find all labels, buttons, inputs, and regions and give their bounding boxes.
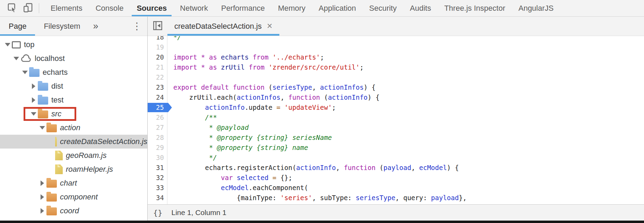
tab-performance[interactable]: Performance — [215, 0, 271, 16]
expand-arrow-icon[interactable] — [38, 194, 46, 200]
code-line-26[interactable]: 26 /** — [148, 113, 644, 123]
code-line-22[interactable]: 22 — [148, 72, 644, 82]
code-line-27[interactable]: 27 * @payload — [148, 123, 644, 133]
code-line-25[interactable]: 25 actionInfo.update = 'updateView'; — [148, 102, 644, 113]
line-number[interactable]: 33 — [148, 183, 167, 193]
sidebar-header: PageFilesystem » ⋮ — [0, 17, 147, 36]
tab-three-js-inspector[interactable]: Three.js Inspector — [438, 0, 512, 16]
tab-angularjs[interactable]: AngularJS — [512, 0, 560, 16]
tree-item-src[interactable]: src — [0, 107, 147, 121]
sidebar-tab-filesystem[interactable]: Filesystem — [35, 17, 89, 36]
line-number[interactable]: 25 — [148, 102, 167, 113]
line-number[interactable]: 18 — [148, 36, 167, 42]
folder-icon — [38, 83, 48, 91]
collapse-arrow-icon[interactable] — [38, 126, 46, 130]
pretty-print-button[interactable]: {} — [153, 208, 163, 217]
collapse-arrow-icon[interactable] — [29, 112, 38, 116]
tree-item-dist[interactable]: dist — [0, 79, 147, 93]
navigator-toggle-icon — [152, 20, 163, 33]
line-number[interactable]: 27 — [148, 123, 167, 133]
more-tabs-button[interactable]: » — [89, 17, 103, 36]
code-line-19[interactable]: 19 — [148, 42, 644, 52]
tab-application[interactable]: Application — [312, 0, 363, 16]
overflow-menu-button[interactable]: ⋮ — [132, 17, 142, 36]
code-line-23[interactable]: 23export default function (seriesType, a… — [148, 82, 644, 92]
line-number[interactable]: 35 — [148, 203, 167, 204]
code-line-34[interactable]: 34 {mainType: 'series', subType: seriesT… — [148, 193, 644, 203]
code-editor-pane: createDataSelectAction.js × 18*/1920impo… — [148, 17, 644, 221]
line-number[interactable]: 30 — [148, 153, 167, 163]
expand-arrow-icon[interactable] — [29, 97, 38, 103]
folder-icon — [46, 124, 57, 132]
expand-arrow-icon[interactable] — [38, 208, 46, 214]
code-line-28[interactable]: 28 * @property {string} seriesName — [148, 133, 644, 143]
code-line-35[interactable]: 35 function (seriesModel) { — [148, 203, 644, 204]
line-number[interactable]: 19 — [148, 42, 167, 52]
tree-item-action[interactable]: action — [0, 121, 147, 135]
line-number[interactable]: 31 — [148, 163, 167, 173]
folder-icon — [29, 69, 40, 77]
sidebar-tab-page[interactable]: Page — [0, 17, 35, 36]
code-text: * @property {string} seriesName — [167, 133, 644, 143]
editor-tab-createdataselectaction-js[interactable]: createDataSelectAction.js × — [167, 17, 279, 36]
code-text: {mainType: 'series', subType: seriesType… — [167, 193, 644, 203]
panel-tabs: ElementsConsoleSourcesNetworkPerformance… — [44, 0, 560, 16]
tree-item-localhost[interactable]: localhost — [0, 52, 147, 65]
tab-console[interactable]: Console — [89, 0, 130, 16]
code-line-29[interactable]: 29 * @property {string} name — [148, 143, 644, 153]
code-line-21[interactable]: 21import * as zrUtil from 'zrender/src/c… — [148, 62, 644, 72]
line-number[interactable]: 23 — [148, 82, 167, 92]
line-number[interactable]: 21 — [148, 62, 167, 72]
line-number[interactable]: 26 — [148, 113, 167, 123]
tree-item-label: echarts — [43, 68, 68, 77]
hide-navigator-button[interactable] — [148, 17, 167, 36]
devtools-body: PageFilesystem » ⋮ toplocalhostechartsdi… — [0, 17, 644, 221]
tab-audits[interactable]: Audits — [403, 0, 437, 16]
tree-item-georoam-js[interactable]: geoRoam.js — [0, 149, 147, 162]
collapse-arrow-icon[interactable] — [21, 71, 29, 74]
line-number[interactable]: 32 — [148, 173, 167, 183]
tab-elements[interactable]: Elements — [44, 0, 89, 16]
tree-item-label: dist — [51, 82, 63, 91]
frame-icon — [12, 41, 21, 48]
code-line-30[interactable]: 30 */ — [148, 153, 644, 163]
file-tree: toplocalhostechartsdisttestsrcactioncrea… — [0, 36, 147, 221]
code-line-18[interactable]: 18*/ — [148, 36, 644, 42]
line-number[interactable]: 29 — [148, 143, 167, 153]
tree-item-label: localhost — [35, 54, 65, 63]
line-number[interactable]: 24 — [148, 92, 167, 102]
editor-status-bar: {} Line 1, Column 1 — [148, 204, 644, 221]
tree-item-chart[interactable]: chart — [0, 176, 147, 190]
code-line-20[interactable]: 20import * as echarts from '../echarts'; — [148, 52, 644, 62]
tree-item-component[interactable]: component — [0, 190, 147, 204]
tree-item-top[interactable]: top — [0, 38, 147, 52]
tab-network[interactable]: Network — [173, 0, 215, 16]
tree-item-echarts[interactable]: echarts — [0, 65, 147, 79]
tab-sources[interactable]: Sources — [130, 0, 173, 16]
line-number[interactable]: 28 — [148, 133, 167, 143]
tree-item-createdataselectaction-js[interactable]: createDataSelectAction.js — [0, 135, 147, 149]
tree-item-roamhelper-js[interactable]: roamHelper.js — [0, 162, 147, 176]
cloud-icon — [20, 55, 32, 62]
code-line-32[interactable]: 32 var selected = {}; — [148, 173, 644, 183]
expand-arrow-icon[interactable] — [29, 83, 38, 89]
collapse-arrow-icon[interactable] — [12, 57, 20, 60]
expand-arrow-icon[interactable] — [38, 180, 46, 186]
line-number[interactable]: 34 — [148, 193, 167, 203]
code-line-33[interactable]: 33 ecModel.eachComponent( — [148, 183, 644, 193]
tab-security[interactable]: Security — [363, 0, 403, 16]
tab-memory[interactable]: Memory — [271, 0, 312, 16]
inspect-element-button[interactable] — [4, 0, 20, 16]
tree-item-coord[interactable]: coord — [0, 204, 147, 218]
collapse-arrow-icon[interactable] — [3, 43, 12, 46]
close-tab-icon[interactable]: × — [267, 21, 272, 31]
code-line-31[interactable]: 31 echarts.registerAction(actionInfo, fu… — [148, 163, 644, 173]
code-area[interactable]: 18*/1920import * as echarts from '../ech… — [148, 36, 644, 204]
device-toolbar-button[interactable] — [20, 0, 36, 16]
code-line-24[interactable]: 24 zrUtil.each(actionInfos, function (ac… — [148, 92, 644, 102]
tree-item-test[interactable]: test — [0, 93, 147, 107]
code-text: import * as echarts from '../echarts'; — [167, 52, 644, 62]
line-number[interactable]: 20 — [148, 52, 167, 62]
line-number[interactable]: 22 — [148, 72, 167, 82]
code-text: */ — [167, 153, 644, 163]
